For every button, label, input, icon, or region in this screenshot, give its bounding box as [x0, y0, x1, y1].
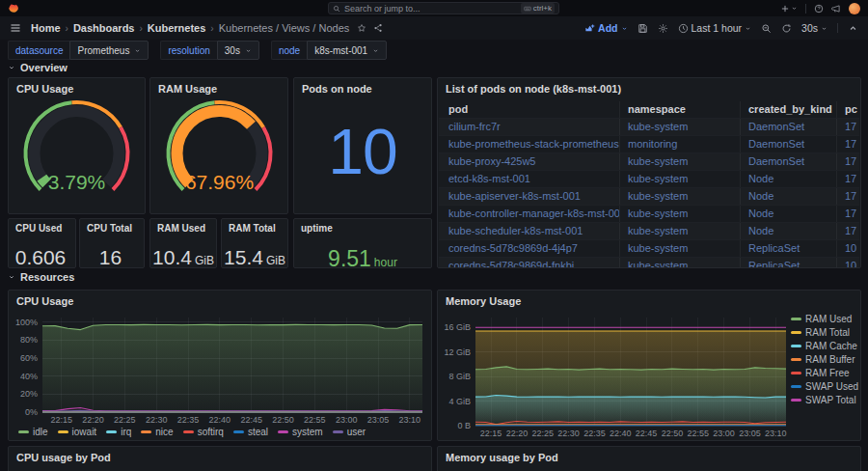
breadcrumb-item[interactable]: Kubernetes [148, 22, 206, 34]
variable-value-dropdown[interactable]: Prometheus [69, 41, 149, 60]
table-cell-link[interactable]: 17 [845, 225, 856, 236]
save-icon[interactable] [637, 23, 648, 34]
table-cell-link[interactable]: kube-scheduler-k8s-mst-001 [448, 225, 583, 236]
new-menu-button[interactable] [780, 4, 798, 14]
table-cell-link[interactable]: kube-system [628, 121, 688, 132]
section-resources[interactable]: Resources [8, 271, 74, 283]
panel-title[interactable]: uptime [294, 219, 431, 234]
table-cell-link[interactable]: ReplicaSet [748, 260, 800, 268]
news-button[interactable] [831, 4, 841, 14]
legend-item[interactable]: irq [106, 427, 131, 437]
search-input[interactable]: Search or jump to... ctrl+k [328, 2, 559, 14]
table-cell-link[interactable]: kube-system [628, 260, 688, 268]
legend-item[interactable]: RAM Used [791, 314, 854, 324]
panel-title[interactable]: CPU usage by Pod [9, 447, 431, 463]
table-cell: kube-system [620, 153, 741, 170]
panel-title[interactable]: List of pods on node (k8s-mst-001) [438, 78, 860, 95]
table-cell-link[interactable]: DaemonSet [748, 138, 804, 150]
table-cell-link[interactable]: kube-system [628, 155, 688, 167]
panel-title[interactable]: RAM Usage [150, 78, 287, 95]
table-cell-link[interactable]: 17 [845, 208, 856, 219]
table-cell-link[interactable]: 17 [845, 190, 856, 202]
column-header-pod[interactable]: pod [439, 101, 620, 118]
star-icon[interactable] [357, 23, 366, 33]
variable-value-dropdown[interactable]: 30s [217, 41, 259, 60]
table-cell-link[interactable]: 17 [845, 155, 856, 167]
panel-cpu-used: CPU Used 0.606 [8, 218, 76, 268]
column-header-namespace[interactable]: namespace [620, 101, 741, 118]
legend-item[interactable]: steal [233, 427, 268, 437]
table-cell-link[interactable]: 10 [845, 260, 856, 268]
table-cell-link[interactable]: Node [748, 208, 773, 219]
legend-item[interactable]: nice [141, 427, 173, 437]
panel-title[interactable]: CPU Usage [9, 78, 145, 95]
menu-icon[interactable] [10, 22, 21, 34]
table-cell-link[interactable]: 17 [845, 138, 856, 150]
table-cell-link[interactable]: kube-system [628, 225, 688, 236]
panel-title[interactable]: CPU Total [80, 219, 144, 234]
table-cell-link[interactable]: kube-system [628, 242, 688, 254]
legend-item[interactable]: idle [18, 427, 48, 437]
table-cell-link[interactable]: 17 [845, 173, 856, 184]
panel-title[interactable]: RAM Total [222, 219, 287, 234]
panel-title[interactable]: Memory Usage [438, 291, 860, 307]
table-cell-link[interactable]: kube-system [628, 190, 688, 202]
legend-item[interactable]: RAM Free [791, 368, 854, 378]
table-cell-link[interactable]: etcd-k8s-mst-001 [448, 173, 530, 184]
time-range-picker[interactable]: Last 1 hour [678, 22, 752, 34]
legend-item[interactable]: RAM Total [791, 327, 854, 338]
panel-title[interactable]: RAM Used [150, 219, 216, 234]
table-cell-link[interactable]: kube-system [628, 173, 688, 184]
table-cell-link[interactable]: DaemonSet [748, 155, 804, 167]
table-cell-link[interactable]: Node [748, 173, 773, 184]
variable-value-text: Prometheus [77, 45, 129, 56]
settings-icon[interactable] [658, 23, 668, 34]
table-cell-link[interactable]: DaemonSet [748, 121, 804, 132]
chevron-up-icon[interactable] [848, 23, 858, 34]
breadcrumb-item[interactable]: Kubernetes / Views / Nodes [219, 22, 350, 34]
table-cell-link[interactable]: 17 [845, 121, 856, 132]
panel-title[interactable]: Memory usage by Pod [438, 447, 860, 463]
table-cell-link[interactable]: monitoring [628, 138, 677, 150]
table-cell-link[interactable]: kube-proxy-425w5 [448, 155, 536, 167]
legend-item[interactable]: RAM Cache [791, 341, 854, 351]
help-button[interactable] [814, 4, 824, 14]
breadcrumb-item[interactable]: Home [31, 22, 61, 34]
legend-item[interactable]: system [278, 427, 323, 437]
avatar[interactable] [849, 3, 860, 14]
svg-text:23:00: 23:00 [336, 415, 358, 425]
section-overview[interactable]: Overview [8, 62, 68, 73]
table-cell-link[interactable]: ReplicaSet [748, 242, 800, 254]
table-cell-link[interactable]: cilium-frc7r [448, 121, 501, 132]
legend-item[interactable]: SWAP Used [791, 381, 854, 392]
table-cell-link[interactable]: kube-controller-manager-k8s-mst-001 [448, 208, 620, 219]
zoom-out-icon[interactable] [761, 23, 772, 34]
grafana-logo-icon[interactable] [8, 3, 19, 14]
legend-item[interactable]: SWAP Total [791, 395, 854, 405]
breadcrumb-item[interactable]: Dashboards [73, 22, 135, 34]
legend-label: RAM Used [805, 314, 852, 324]
table-cell: ReplicaSet [741, 258, 837, 268]
table-cell-link[interactable]: Node [748, 190, 773, 202]
variable-value-dropdown[interactable]: k8s-mst-001 [307, 41, 387, 60]
legend-item[interactable]: user [333, 427, 366, 437]
table-cell-link[interactable]: coredns-5d78c9869d-4j4p7 [448, 242, 578, 254]
table-cell-link[interactable]: kube-prometheus-stack-prometheus-node-ex… [448, 138, 620, 150]
table-cell-link[interactable]: kube-apiserver-k8s-mst-001 [448, 190, 581, 202]
column-header-pc[interactable]: pc [837, 101, 859, 118]
panel-title[interactable]: Pods on node [294, 78, 431, 95]
share-icon[interactable] [373, 23, 383, 33]
table-cell-link[interactable]: kube-system [628, 208, 688, 219]
legend-item[interactable]: softirq [183, 427, 224, 437]
table-cell-link[interactable]: Node [748, 225, 773, 236]
add-button[interactable]: Add [584, 22, 627, 34]
refresh-icon[interactable] [781, 23, 792, 34]
table-cell-link[interactable]: coredns-5d78c9869d-fnkbj [448, 260, 574, 268]
panel-title[interactable]: CPU Usage [9, 291, 431, 307]
panel-title[interactable]: CPU Used [9, 219, 75, 234]
legend-item[interactable]: iowait [58, 427, 97, 437]
column-header-created_by_kind[interactable]: created_by_kind [741, 101, 837, 118]
legend-item[interactable]: RAM Buffer [791, 354, 854, 365]
refresh-interval-picker[interactable]: 30s [801, 22, 827, 34]
table-cell-link[interactable]: 10 [845, 242, 856, 254]
